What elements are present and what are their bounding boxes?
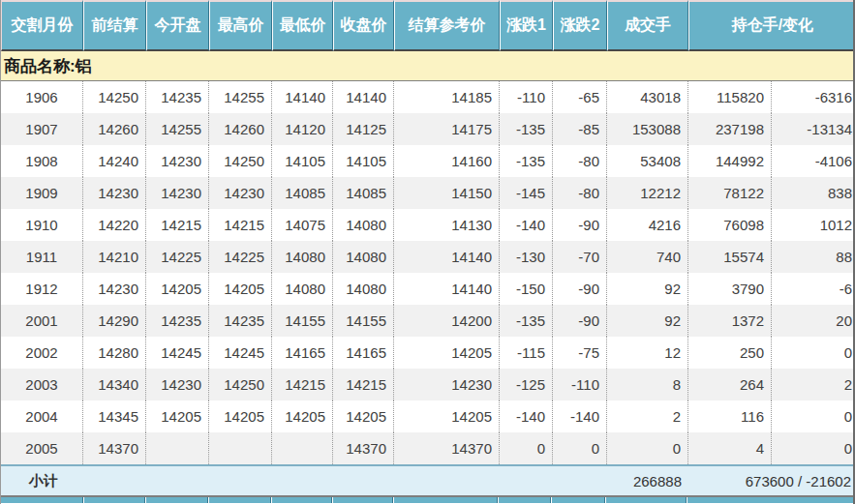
next-header-cell	[332, 497, 393, 503]
table-row: 2004143451420514205142051420514205-140-1…	[1, 400, 855, 432]
cell-delivery-month: 1906	[1, 81, 83, 113]
cell-value: 14230	[83, 177, 146, 209]
cell-value: 14250	[209, 369, 272, 400]
cell-value: 14165	[272, 337, 333, 369]
cell-value: 14105	[272, 145, 333, 177]
subtotal-section: 小计 266888 673600 / -21602	[1, 464, 855, 495]
cell-value: 78122	[688, 177, 772, 209]
cell-value: 14080	[272, 273, 333, 305]
cell-value: 14225	[146, 241, 209, 273]
cell-value: 0	[772, 337, 855, 369]
next-header-cell	[83, 497, 146, 503]
cell-value: 14230	[394, 369, 500, 400]
cell-value: 4216	[607, 209, 688, 241]
cell-value: 14245	[146, 337, 209, 369]
cell-value: -6316	[772, 81, 855, 113]
cell-value: -90	[553, 273, 607, 305]
cell-value: 14160	[394, 145, 500, 177]
cell-value: 153088	[607, 113, 688, 145]
cell-value: 14240	[83, 145, 146, 177]
cell-value: 14255	[146, 113, 209, 145]
cell-value: 14155	[272, 305, 333, 337]
next-header-cell	[551, 497, 605, 503]
cell-value: -70	[553, 241, 607, 273]
cell-value: 14075	[272, 209, 333, 241]
table-row: 1909142301423014230140851408514150-145-8…	[1, 177, 855, 209]
cell-value: 92	[607, 273, 688, 305]
table-row: 1906142501423514255141401414014185-110-6…	[1, 81, 855, 113]
cell-value: 0	[772, 400, 855, 432]
cell-value: 14185	[394, 81, 500, 113]
cell-value: -4106	[772, 145, 855, 177]
cell-value: -13134	[772, 113, 855, 145]
col-header-delivery-month: 交割月份	[1, 0, 83, 51]
cell-value: 14140	[394, 273, 500, 305]
cell-value: 3790	[688, 273, 772, 305]
cell-value: 14175	[394, 113, 500, 145]
table-row: 1912142301420514205140801408014140-150-9…	[1, 273, 855, 305]
next-header-cell	[498, 497, 551, 503]
cell-value: 14130	[394, 209, 500, 241]
table-row: 1910142201421514215140751408014130-140-9…	[1, 209, 855, 241]
cell-value: 740	[607, 241, 688, 273]
cell-delivery-month: 2001	[1, 305, 83, 337]
cell-value: -135	[500, 305, 553, 337]
cell-value: -6	[772, 273, 855, 305]
cell-value: 14290	[83, 305, 146, 337]
col-header-prev-settlement: 前结算	[83, 0, 146, 51]
cell-value	[272, 432, 333, 464]
cell-value: 14230	[209, 177, 272, 209]
cell-value: -110	[500, 81, 553, 113]
cell-delivery-month: 1912	[1, 273, 83, 305]
cell-value: -90	[553, 209, 607, 241]
cell-value: 0	[772, 432, 855, 464]
cell-delivery-month: 1907	[1, 113, 83, 145]
cell-value: 14165	[333, 337, 394, 369]
cell-value: 12	[607, 337, 688, 369]
cell-value: 14215	[146, 209, 209, 241]
col-header-change2: 涨跌2	[553, 0, 607, 51]
table-row: 2001142901423514235141551415514200-135-9…	[1, 305, 855, 337]
cell-value: -150	[500, 273, 553, 305]
futures-quotes-screen: 交割月份 前结算 今开盘 最高价 最低价 收盘价 结算参考价 涨跌1 涨跌2 成…	[0, 0, 855, 504]
cell-value: 14370	[333, 432, 394, 464]
cell-value: 14235	[209, 305, 272, 337]
table-row: 1911142101422514225140801408014140-130-7…	[1, 241, 855, 273]
col-header-settlement-ref: 结算参考价	[394, 0, 500, 51]
cell-value: 2	[772, 369, 855, 400]
cell-value: 14220	[83, 209, 146, 241]
cell-value: 14125	[333, 113, 394, 145]
cell-value: 14085	[333, 177, 394, 209]
cell-value: 14140	[394, 241, 500, 273]
cell-value: 14370	[83, 432, 146, 464]
cell-value: 1372	[688, 305, 772, 337]
cell-value: 14250	[209, 145, 272, 177]
cell-value: 43018	[607, 81, 688, 113]
cell-value: 1012	[772, 209, 855, 241]
cell-value	[146, 432, 209, 464]
next-header-cell	[271, 497, 332, 503]
next-header-cell	[208, 497, 271, 503]
cell-value: 115820	[688, 81, 772, 113]
cell-value: 14120	[272, 113, 333, 145]
cell-value: -75	[553, 337, 607, 369]
cell-value: -115	[500, 337, 553, 369]
cell-value: 76098	[688, 209, 772, 241]
cell-delivery-month: 2002	[1, 337, 83, 369]
table-header: 交割月份 前结算 今开盘 最高价 最低价 收盘价 结算参考价 涨跌1 涨跌2 成…	[1, 0, 855, 51]
cell-value: -135	[500, 145, 553, 177]
cell-value: 14245	[209, 337, 272, 369]
cell-value: -85	[553, 113, 607, 145]
cell-value: 14230	[146, 145, 209, 177]
futures-quotes-table: 交割月份 前结算 今开盘 最高价 最低价 收盘价 结算参考价 涨跌1 涨跌2 成…	[1, 0, 855, 495]
next-header-cell	[393, 497, 499, 503]
table-row: 1908142401423014250141051410514160-135-8…	[1, 145, 855, 177]
col-header-open-interest-change: 持仓手/变化	[688, 0, 855, 51]
cell-value: 14205	[146, 400, 209, 432]
next-header-cell	[687, 497, 853, 503]
col-header-change1: 涨跌1	[500, 0, 553, 51]
header-row: 交割月份 前结算 今开盘 最高价 最低价 收盘价 结算参考价 涨跌1 涨跌2 成…	[1, 0, 855, 51]
table-row: 1907142601425514260141201412514175-135-8…	[1, 113, 855, 145]
cell-value: -80	[553, 177, 607, 209]
cell-value: 14205	[272, 400, 333, 432]
